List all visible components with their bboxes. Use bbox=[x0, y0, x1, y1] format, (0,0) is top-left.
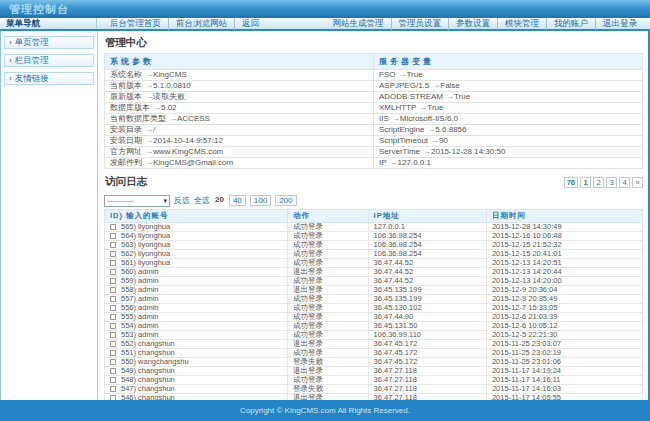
info-label: 当前数据库类型 bbox=[110, 114, 166, 123]
info-cell: FSO→True bbox=[374, 70, 643, 81]
info-value: False bbox=[440, 81, 460, 90]
row-checkbox[interactable] bbox=[110, 386, 116, 392]
pagination-next[interactable]: » bbox=[632, 177, 643, 188]
row-checkbox[interactable] bbox=[110, 224, 116, 230]
arrow-icon: → bbox=[153, 103, 161, 112]
sidebar-item[interactable]: ›友情链接 bbox=[4, 72, 94, 85]
page-size-40[interactable]: 40 bbox=[229, 195, 246, 206]
ip-cell: 36.47.45.172 bbox=[368, 340, 486, 349]
page-size-200[interactable]: 200 bbox=[275, 195, 296, 206]
info-value: 127.0.0.1 bbox=[398, 158, 431, 167]
content-body: ›单页管理›栏目管理›友情链接 管理中心 系统参数服务器变量系统名称→KingC… bbox=[0, 31, 650, 400]
account-cell: 559) admin bbox=[105, 277, 288, 286]
datetime-cell: 2015-12-5 22:21:30 bbox=[486, 331, 642, 340]
info-value: ACCESS bbox=[177, 114, 210, 123]
nav-link-right-2[interactable]: 参数设置 bbox=[448, 18, 497, 30]
action-cell: 成功登录 bbox=[287, 376, 368, 385]
app-title: 管理控制台 bbox=[9, 2, 69, 17]
nav-link-right-5[interactable]: 退出登录 bbox=[595, 18, 644, 30]
arrow-icon: → bbox=[145, 81, 153, 90]
info-cell: 最新版本→读取失败 bbox=[105, 92, 374, 103]
info-label: ASPJPEG/1.5 bbox=[379, 81, 429, 90]
page-size-100[interactable]: 100 bbox=[250, 195, 271, 206]
datetime-cell: 2015-12-15 21:52:32 bbox=[486, 241, 642, 250]
info-cell: IIS→Microsoft-IIS/6.0 bbox=[374, 114, 643, 125]
ip-cell: 106.36.98.254 bbox=[368, 232, 486, 241]
nav-link-right-0[interactable]: 网站生成管理 bbox=[326, 18, 391, 30]
row-checkbox[interactable] bbox=[110, 251, 116, 257]
ip-cell: 36.45.130.102 bbox=[368, 304, 486, 313]
log-filter-select[interactable]: ----------▾ bbox=[104, 195, 170, 207]
sidebar-item[interactable]: ›单页管理 bbox=[4, 36, 94, 49]
row-checkbox[interactable] bbox=[110, 305, 116, 311]
table-row: 系统名称→KingCMSFSO→True bbox=[105, 70, 643, 81]
sidebar-item[interactable]: ›栏目管理 bbox=[4, 54, 94, 67]
nav-link-left-2[interactable]: 返回 bbox=[234, 18, 266, 30]
row-checkbox[interactable] bbox=[110, 332, 116, 338]
info-label: ServerTime bbox=[379, 147, 420, 156]
row-checkbox[interactable] bbox=[110, 323, 116, 329]
row-checkbox[interactable] bbox=[110, 233, 116, 239]
table-row: 发邮件到→KingCMS@Gmail.comIP→127.0.0.1 bbox=[105, 158, 643, 169]
ip-cell: 106.36.99.110 bbox=[368, 331, 486, 340]
account-cell: 564) liyonghua bbox=[105, 232, 288, 241]
nav-link-left-1[interactable]: 前台浏览网站 bbox=[168, 18, 234, 30]
log-toolbar-top: ----------▾反选全选2040100200 bbox=[104, 194, 643, 207]
account-cell: 555) admin bbox=[105, 313, 288, 322]
select-all-link[interactable]: 全选 bbox=[194, 195, 210, 206]
info-label: IIS bbox=[379, 114, 389, 123]
page-size-20[interactable]: 20 bbox=[214, 195, 225, 206]
row-checkbox[interactable] bbox=[110, 341, 116, 347]
log-toolbar-controls: ----------▾反选全选2040100200 bbox=[104, 195, 297, 207]
info-value: www.KingCMS.com bbox=[153, 147, 223, 156]
pagination-page-2[interactable]: 2 bbox=[593, 177, 604, 188]
row-checkbox[interactable] bbox=[110, 359, 116, 365]
nav-link-right-3[interactable]: 模块管理 bbox=[497, 18, 546, 30]
datetime-cell: 2015-11-17 14:19:24 bbox=[486, 367, 642, 376]
row-checkbox[interactable] bbox=[110, 287, 116, 293]
row-checkbox[interactable] bbox=[110, 260, 116, 266]
row-checkbox[interactable] bbox=[110, 377, 116, 383]
account-text: 556) admin bbox=[121, 304, 159, 313]
action-cell: 成功登录 bbox=[287, 304, 368, 313]
row-checkbox[interactable] bbox=[110, 350, 116, 356]
row-checkbox[interactable] bbox=[110, 296, 116, 302]
main-panel: 管理中心 系统参数服务器变量系统名称→KingCMSFSO→True当前版本→5… bbox=[98, 31, 648, 400]
info-label: XMLHTTP bbox=[379, 103, 416, 112]
ip-cell: 36.47.27.118 bbox=[368, 376, 486, 385]
action-cell: 成功登录 bbox=[287, 241, 368, 250]
arrow-icon: → bbox=[145, 125, 153, 134]
sidebar: ›单页管理›栏目管理›友情链接 bbox=[1, 31, 98, 400]
chevron-right-icon: › bbox=[9, 38, 12, 47]
nav-link-left-0[interactable]: 后台管理首页 bbox=[103, 18, 168, 30]
row-checkbox[interactable] bbox=[110, 314, 116, 320]
chevron-down-icon: ▾ bbox=[163, 197, 167, 205]
account-text: 548) changshun bbox=[121, 376, 175, 385]
row-checkbox[interactable] bbox=[110, 278, 116, 284]
log-table-row: 558) admin退出登录36.45.135.1992015-12-9 20:… bbox=[105, 286, 643, 295]
row-checkbox[interactable] bbox=[110, 242, 116, 248]
info-cell: 安装日期→2014-10-14 9:57:12 bbox=[105, 136, 374, 147]
info-value: 2014-10-14 9:57:12 bbox=[153, 136, 223, 145]
pagination-page-1[interactable]: 1 bbox=[580, 177, 591, 188]
info-value: 2015-12-28 14:30:50 bbox=[431, 147, 505, 156]
pagination-page-3[interactable]: 3 bbox=[606, 177, 617, 188]
log-table-row: 555) admin成功登录36.47.44.902015-12-6 21:03… bbox=[105, 313, 643, 322]
nav-link-right-4[interactable]: 我的账户 bbox=[546, 18, 595, 30]
action-cell: 成功登录 bbox=[287, 232, 368, 241]
log-table-row: 551) changshun成功登录36.47.45.1722015-11-25… bbox=[105, 349, 643, 358]
account-text: 562) liyonghua bbox=[121, 250, 170, 259]
copyright-text: Copyright © KingCMS.com All Rights Reser… bbox=[240, 406, 410, 415]
ip-cell: 36.47.44.90 bbox=[368, 313, 486, 322]
info-cell: 安装目录→/ bbox=[105, 125, 374, 136]
pagination-page-4[interactable]: 4 bbox=[619, 177, 630, 188]
row-checkbox[interactable] bbox=[110, 368, 116, 374]
access-log-title: 访问日志 bbox=[105, 175, 147, 189]
nav-link-right-1[interactable]: 管理员设置 bbox=[391, 18, 449, 30]
arrow-icon: → bbox=[145, 70, 153, 79]
invert-selection-link[interactable]: 反选 bbox=[174, 195, 190, 206]
row-checkbox[interactable] bbox=[110, 269, 116, 275]
ip-cell: 106.36.98.254 bbox=[368, 250, 486, 259]
info-cell: 数据库版本→5.02 bbox=[105, 103, 374, 114]
log-table-row: 547) changshun登录失败36.47.27.1182015-11-17… bbox=[105, 385, 643, 394]
